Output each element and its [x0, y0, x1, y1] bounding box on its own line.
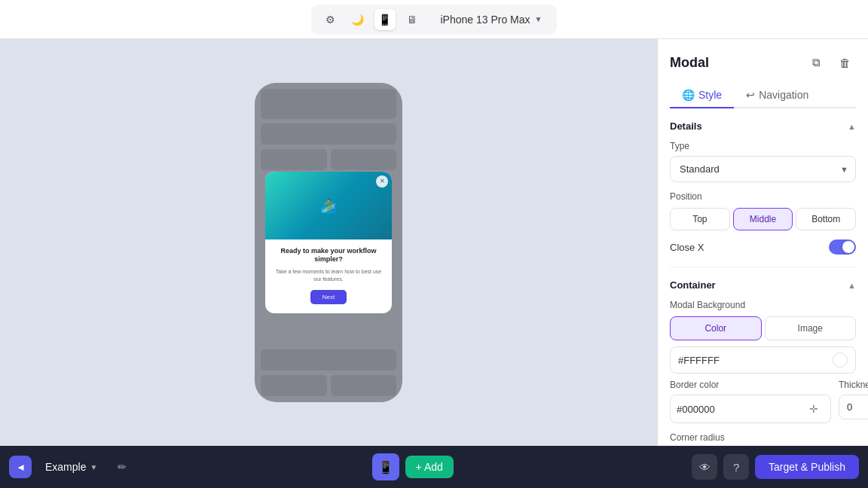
corner-radius-label: Corner radius	[670, 432, 856, 443]
project-name: Example	[45, 461, 86, 473]
device-label: iPhone 13 Pro Max	[441, 14, 530, 26]
bg-selector: Color Image	[670, 316, 856, 340]
device-selector[interactable]: iPhone 13 Pro Max ▼	[435, 11, 549, 29]
help-button[interactable]: ?	[723, 454, 749, 480]
settings-icon[interactable]: ⚙	[320, 9, 341, 30]
panel-header-icons: ⧉ 🗑	[805, 51, 856, 74]
canvas-area: 🏄 ✕ Ready to make your workflow simpler?…	[0, 39, 657, 446]
bg-color-input[interactable]	[678, 355, 827, 366]
close-x-row: Close X	[670, 239, 856, 255]
tab-style-label: Style	[698, 89, 722, 101]
top-bar: ⚙ 🌙 📱 🖥 iPhone 13 Pro Max ▼	[0, 0, 868, 39]
container-chevron-icon[interactable]: ▲	[848, 281, 856, 290]
project-chevron-icon: ▼	[90, 463, 97, 471]
tab-style[interactable]: 🌐 Style	[670, 83, 734, 108]
details-section-header: Details ▲	[670, 120, 856, 132]
container-section-title: Container	[670, 279, 716, 291]
modal-overlay: 🏄 ✕ Ready to make your workflow simpler?…	[255, 83, 402, 402]
position-bottom-button[interactable]: Bottom	[796, 208, 856, 230]
delete-icon[interactable]: 🗑	[833, 51, 856, 74]
add-label: + Add	[416, 461, 443, 473]
border-color-input-row: ✛	[670, 395, 831, 423]
mobile-icon[interactable]: 📱	[374, 9, 396, 30]
border-thickness-row: Border color ✛ Thickness	[670, 380, 856, 423]
border-color-label: Border color	[670, 380, 831, 390]
main-layout: 🏄 ✕ Ready to make your workflow simpler?…	[0, 39, 868, 446]
tab-navigation-label: Navigation	[759, 89, 808, 101]
duplicate-icon[interactable]: ⧉	[805, 51, 827, 74]
details-section: Details ▲ Type Standard ▼ Position Top	[670, 120, 856, 255]
close-x-toggle[interactable]	[829, 239, 856, 255]
phone-frame: 🏄 ✕ Ready to make your workflow simpler?…	[255, 83, 402, 402]
device-controls: ⚙ 🌙 📱 🖥 iPhone 13 Pro Max ▼	[311, 5, 558, 35]
modal-image: 🏄 ✕	[265, 172, 392, 239]
modal-card: 🏄 ✕ Ready to make your workflow simpler?…	[265, 172, 392, 314]
modal-description: Take a few moments to learn how to best …	[273, 268, 384, 283]
border-color-input[interactable]	[677, 404, 803, 415]
close-x-label: Close X	[670, 242, 704, 253]
add-button[interactable]: + Add	[405, 456, 454, 478]
position-top-button[interactable]: Top	[670, 208, 730, 230]
bottom-center: 📱 + Add	[372, 453, 454, 480]
modal-body: Ready to make your workflow simpler? Tak…	[265, 239, 392, 314]
toggle-thumb	[842, 241, 854, 253]
bottom-bar: ◂ Example ▼ ✏ 📱 + Add 👁 ? Target & Publi…	[0, 446, 868, 488]
crosshair-icon[interactable]: ✛	[803, 398, 824, 419]
navigation-icon: ↩	[746, 89, 755, 101]
bottom-right: 👁 ? Target & Publish	[692, 454, 859, 480]
corner-radius-field: Corner radius	[670, 432, 856, 446]
thickness-field: Thickness	[839, 380, 868, 423]
position-group: Top Middle Bottom	[670, 208, 856, 230]
desktop-icon[interactable]: 🖥	[402, 9, 423, 30]
border-color-field: Border color ✛	[670, 380, 831, 423]
panel-content: Details ▲ Type Standard ▼ Position Top	[658, 108, 868, 446]
details-chevron-icon[interactable]: ▲	[848, 122, 856, 131]
bg-color-input-row[interactable]	[670, 346, 856, 374]
section-divider-1	[670, 267, 856, 267]
moon-icon[interactable]: 🌙	[347, 9, 368, 30]
type-dropdown-wrapper: Standard ▼	[670, 156, 856, 182]
preview-button[interactable]: 👁	[692, 454, 717, 480]
logo-icon: ◂	[18, 461, 23, 473]
surfer-icon: 🏄	[320, 197, 337, 214]
right-panel: Modal ⧉ 🗑 🌐 Style ↩ Navigation Details	[657, 39, 868, 446]
position-field: Position Top Middle Bottom	[670, 191, 856, 230]
project-selector[interactable]: Example ▼	[39, 457, 103, 477]
container-section: Container ▲ Modal Background Color Image	[670, 279, 856, 446]
chevron-down-icon: ▼	[535, 15, 542, 23]
type-label: Type	[670, 141, 856, 151]
mobile-view-button[interactable]: 📱	[372, 453, 399, 480]
thickness-input[interactable]	[839, 395, 868, 419]
app-logo: ◂	[9, 456, 32, 478]
thickness-label: Thickness	[839, 380, 868, 390]
tab-navigation[interactable]: ↩ Navigation	[734, 83, 821, 108]
globe-icon: 🌐	[682, 89, 695, 101]
modal-bg-label: Modal Background	[670, 300, 856, 310]
details-section-title: Details	[670, 120, 702, 132]
container-section-header: Container ▲	[670, 279, 856, 291]
modal-close-button[interactable]: ✕	[376, 175, 388, 188]
panel-tabs: 🌐 Style ↩ Navigation	[670, 83, 856, 108]
type-dropdown[interactable]: Standard	[670, 156, 856, 182]
bg-color-circle[interactable]	[833, 352, 848, 368]
bg-color-button[interactable]: Color	[670, 316, 762, 340]
position-label: Position	[670, 191, 856, 202]
panel-header: Modal ⧉ 🗑	[658, 39, 868, 74]
bg-image-button[interactable]: Image	[765, 316, 857, 340]
modal-next-button[interactable]: Next	[310, 290, 347, 304]
modal-title: Ready to make your workflow simpler?	[273, 247, 384, 264]
publish-button[interactable]: Target & Publish	[755, 455, 859, 479]
edit-button[interactable]: ✏	[111, 456, 133, 478]
position-middle-button[interactable]: Middle	[733, 208, 793, 230]
panel-title: Modal	[670, 55, 709, 71]
